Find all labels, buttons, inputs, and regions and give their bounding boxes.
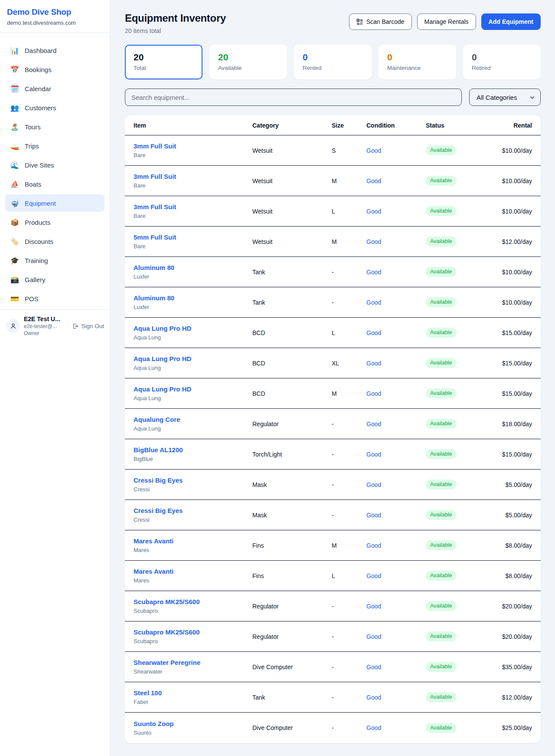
table-row[interactable]: Cressi Big Eyes Cressi Mask - Good Avail… (125, 470, 541, 500)
stat-cards-row: 20 Total 20 Available 0 Rented 0 Mainten… (125, 45, 541, 79)
column-header-status: Status (426, 122, 495, 129)
item-name-link[interactable]: Cressi Big Eyes (134, 477, 252, 484)
condition-link[interactable]: Good (366, 572, 426, 579)
category-select[interactable]: All Categories (469, 89, 541, 106)
sidebar-item-gallery[interactable]: 📸 Gallery (5, 271, 104, 288)
item-name-link[interactable]: 3mm Full Suit (134, 142, 252, 150)
search-input[interactable] (125, 89, 462, 106)
rental-cell: $8.00/day (495, 542, 532, 549)
category-cell: Regulator (252, 421, 332, 427)
stat-card-retired[interactable]: 0 Retired (463, 45, 541, 79)
sidebar-item-pos[interactable]: 💳 POS (5, 290, 104, 307)
item-name-link[interactable]: Suunto Zoop (134, 720, 252, 727)
table-row[interactable]: Steel 100 Faber Tank - Good Available $1… (125, 682, 541, 713)
item-name-link[interactable]: Aluminum 80 (134, 294, 252, 302)
item-name-link[interactable]: 3mm Full Suit (134, 173, 252, 180)
item-name-link[interactable]: Shearwater Peregrine (134, 659, 252, 666)
scan-barcode-button[interactable]: Scan Barcode (349, 13, 412, 30)
manage-rentals-button[interactable]: Manage Rentals (417, 13, 476, 30)
table-row[interactable]: Mares Avanti Mares Fins L Good Available… (125, 561, 541, 591)
condition-link[interactable]: Good (366, 299, 426, 306)
item-name-link[interactable]: 3mm Full Suit (134, 203, 252, 210)
table-row[interactable]: BigBlue AL1200 BigBlue Torch/Light - Goo… (125, 439, 541, 470)
sign-out-button[interactable]: Sign Out (72, 323, 104, 329)
stat-card-total[interactable]: 20 Total (125, 45, 202, 79)
sidebar-item-training[interactable]: 🎓 Training (5, 252, 104, 269)
sidebar-item-trips[interactable]: 🚤 Trips (5, 137, 104, 154)
sidebar-item-bookings[interactable]: 📅 Bookings (5, 61, 104, 78)
table-row[interactable]: Aqualung Core Aqua Lung Regulator - Good… (125, 409, 541, 439)
rental-cell: $25.00/day (495, 724, 532, 731)
table-row[interactable]: Mares Avanti Mares Fins M Good Available… (125, 530, 541, 561)
sidebar-item-dive-sites[interactable]: 🌊 Dive Sites (5, 156, 104, 174)
condition-link[interactable]: Good (366, 724, 426, 731)
item-name-link[interactable]: Steel 100 (134, 689, 252, 697)
item-name-link[interactable]: Mares Avanti (134, 568, 252, 575)
sidebar-item-discounts[interactable]: 🏷️ Discounts (5, 233, 104, 250)
condition-link[interactable]: Good (366, 633, 426, 640)
sidebar-item-tours[interactable]: 🏝️ Tours (5, 118, 104, 135)
sidebar-item-calendar[interactable]: 🗓️ Calendar (5, 80, 104, 97)
table-row[interactable]: Aluminum 80 Luxfer Tank - Good Available… (125, 287, 541, 318)
price-tag-icon: 🏷️ (10, 237, 19, 246)
item-name-link[interactable]: BigBlue AL1200 (134, 446, 252, 454)
condition-link[interactable]: Good (366, 664, 426, 671)
table-row[interactable]: Suunto Zoop Suunto Dive Computer - Good … (125, 713, 541, 743)
column-header-size: Size (332, 122, 366, 129)
stat-card-rented[interactable]: 0 Rented (294, 45, 372, 79)
sidebar-item-label: Dive Sites (25, 161, 54, 169)
table-row[interactable]: Aqua Lung Pro HD Aqua Lung BCD M Good Av… (125, 378, 541, 409)
sidebar-item-customers[interactable]: 👥 Customers (5, 99, 104, 116)
sidebar-item-boats[interactable]: ⛵ Boats (5, 175, 104, 193)
condition-link[interactable]: Good (366, 238, 426, 245)
add-equipment-button[interactable]: Add Equipment (481, 13, 541, 30)
table-row[interactable]: 3mm Full Suit Bare Wetsuit M Good Availa… (125, 166, 541, 196)
table-row[interactable]: 5mm Full Suit Bare Wetsuit M Good Availa… (125, 227, 541, 257)
item-name-link[interactable]: Aqua Lung Pro HD (134, 385, 252, 393)
sidebar-item-products[interactable]: 📦 Products (5, 214, 104, 231)
stat-card-available[interactable]: 20 Available (209, 45, 287, 79)
condition-link[interactable]: Good (366, 451, 426, 458)
condition-link[interactable]: Good (366, 512, 426, 519)
condition-link[interactable]: Good (366, 542, 426, 549)
condition-link[interactable]: Good (366, 177, 426, 184)
condition-link[interactable]: Good (366, 481, 426, 488)
sidebar-item-equipment[interactable]: 🤿 Equipment (5, 194, 104, 212)
table-row[interactable]: Shearwater Peregrine Shearwater Dive Com… (125, 652, 541, 682)
item-name-link[interactable]: Aqua Lung Pro HD (134, 325, 252, 332)
condition-link[interactable]: Good (366, 329, 426, 336)
condition-link[interactable]: Good (366, 421, 426, 427)
brand-domain: demo.test.divestreams.com (7, 20, 103, 26)
table-row[interactable]: 3mm Full Suit Bare Wetsuit L Good Availa… (125, 196, 541, 227)
table-row[interactable]: 3mm Full Suit Bare Wetsuit S Good Availa… (125, 135, 541, 166)
condition-link[interactable]: Good (366, 390, 426, 397)
item-name-link[interactable]: Scubapro MK25/S600 (134, 598, 252, 605)
table-row[interactable]: Aluminum 80 Luxfer Tank - Good Available… (125, 257, 541, 287)
condition-link[interactable]: Good (366, 694, 426, 701)
item-name-link[interactable]: Mares Avanti (134, 537, 252, 545)
item-name-link[interactable]: Aluminum 80 (134, 264, 252, 271)
item-name-link[interactable]: 5mm Full Suit (134, 233, 252, 241)
table-row[interactable]: Scubapro MK25/S600 Scubapro Regulator - … (125, 621, 541, 652)
table-row[interactable]: Cressi Big Eyes Cressi Mask - Good Avail… (125, 500, 541, 530)
condition-link[interactable]: Good (366, 208, 426, 215)
condition-link[interactable]: Good (366, 603, 426, 610)
item-brand: Bare (134, 152, 252, 158)
sidebar-item-label: Boats (25, 181, 41, 188)
item-name-link[interactable]: Scubapro MK25/S600 (134, 628, 252, 636)
stat-card-maintenance[interactable]: 0 Maintenance (379, 45, 456, 79)
category-cell: Dive Computer (252, 664, 332, 671)
item-name-link[interactable]: Cressi Big Eyes (134, 507, 252, 514)
page-header: Equipment Inventory 20 items total (125, 12, 541, 34)
condition-link[interactable]: Good (366, 360, 426, 367)
table-row[interactable]: Aqua Lung Pro HD Aqua Lung BCD L Good Av… (125, 318, 541, 348)
sidebar-item-dashboard[interactable]: 📊 Dashboard (5, 42, 104, 59)
size-cell: M (332, 238, 366, 245)
item-name-link[interactable]: Aqua Lung Pro HD (134, 355, 252, 362)
condition-link[interactable]: Good (366, 147, 426, 154)
item-name-link[interactable]: Aqualung Core (134, 416, 252, 423)
table-row[interactable]: Aqua Lung Pro HD Aqua Lung BCD XL Good A… (125, 348, 541, 378)
condition-link[interactable]: Good (366, 269, 426, 276)
brand-title[interactable]: Demo Dive Shop (7, 7, 103, 17)
table-row[interactable]: Scubapro MK25/S600 Scubapro Regulator - … (125, 591, 541, 621)
